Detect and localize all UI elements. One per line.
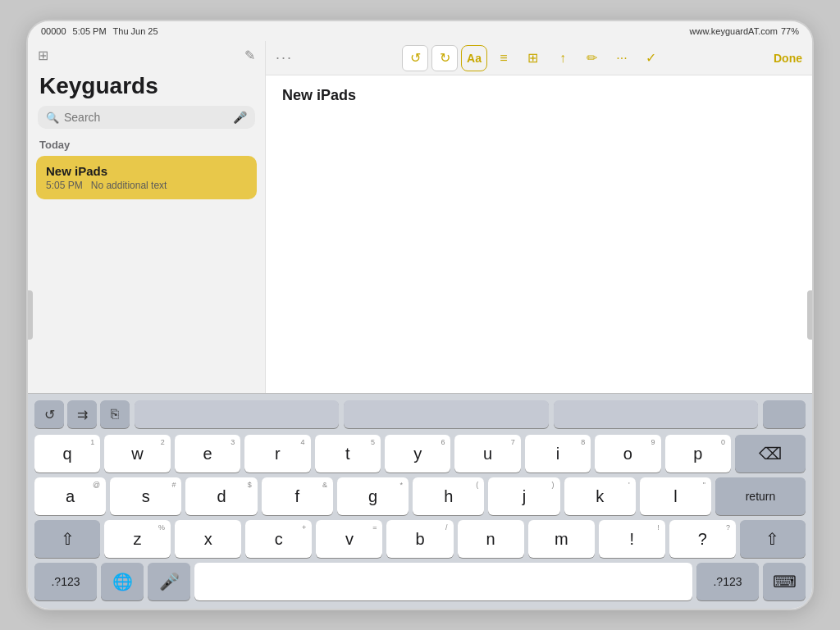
key-o-sub: 9 [651, 438, 655, 446]
note-list-item[interactable]: New iPads 5:05 PM No additional text [36, 156, 257, 199]
key-g[interactable]: * g [337, 477, 409, 515]
key-s-sub: # [171, 481, 176, 489]
key-h[interactable]: ( h [413, 477, 484, 515]
key-q-label: q [63, 445, 72, 463]
key-q[interactable]: 1 q [34, 435, 100, 472]
key-v[interactable]: = v [316, 520, 382, 558]
toolbar-format-btn[interactable]: Aa [461, 45, 487, 71]
key-question-sub: ? [726, 523, 730, 532]
key-return-label: return [746, 490, 776, 503]
key-o[interactable]: 9 o [595, 435, 660, 472]
status-right: www.keyguardAT.com 77% [690, 26, 799, 36]
key-i[interactable]: 8 i [525, 435, 591, 472]
website-label: www.keyguardAT.com [690, 26, 778, 36]
key-num-left[interactable]: .?123 [34, 563, 97, 600]
key-b-sub: / [445, 523, 448, 532]
search-bar[interactable]: 🔍 🎤 [38, 106, 255, 129]
toolbar-more-icon[interactable]: ··· [276, 49, 293, 66]
toolbar-options-btn[interactable]: ··· [609, 45, 635, 71]
key-p-sub: 0 [721, 438, 725, 446]
key-d[interactable]: $ d [185, 477, 257, 515]
compose-icon[interactable]: ✎ [244, 48, 255, 63]
status-bar: 00000 5:05 PM Thu Jun 25 www.keyguardAT.… [28, 21, 812, 41]
done-button[interactable]: Done [774, 52, 802, 65]
key-r[interactable]: 4 r [244, 435, 310, 472]
mic-search-icon[interactable]: 🎤 [233, 111, 247, 124]
key-k-sub: ' [628, 481, 630, 489]
key-space[interactable] [194, 563, 692, 600]
toolbar-share-btn[interactable]: ↑ [550, 45, 576, 71]
kbd-paste-btn[interactable]: ⎘ [100, 400, 130, 428]
key-p-label: p [693, 445, 702, 463]
battery-indicator: 77% [781, 26, 799, 36]
key-shift-right[interactable]: ⇧ [740, 520, 806, 558]
key-num-right[interactable]: .?123 [696, 563, 759, 600]
device-frame: 00000 5:05 PM Thu Jun 25 www.keyguardAT.… [26, 20, 814, 610]
key-s[interactable]: # s [110, 477, 181, 515]
toolbar-redo-btn[interactable]: ↻ [431, 45, 458, 71]
key-exclaim[interactable]: ! ! [599, 520, 665, 558]
signal-indicator: 00000 [41, 26, 66, 36]
key-c-sub: + [302, 523, 306, 532]
key-question[interactable]: ? ? [669, 520, 736, 558]
key-l[interactable]: " l [640, 477, 711, 515]
key-l-sub: " [703, 481, 705, 489]
toolbar-checklist-btn[interactable]: ✓ [638, 45, 664, 71]
key-question-label: ? [698, 530, 707, 549]
editor-note-title: New iPads [266, 75, 812, 107]
toolbar-list-btn[interactable]: ≡ [491, 45, 517, 71]
key-f-label: f [295, 487, 300, 506]
key-n-label: n [486, 530, 495, 549]
key-y[interactable]: 6 y [385, 435, 450, 472]
key-j-sub: ) [552, 481, 555, 489]
search-input[interactable] [64, 111, 228, 124]
key-backspace[interactable]: ⌫ [735, 435, 806, 472]
key-m[interactable]: m [528, 520, 595, 558]
key-x-label: x [204, 530, 212, 549]
toolbar-markup-btn[interactable]: ✏ [579, 45, 605, 71]
key-d-label: d [217, 487, 226, 506]
keyboard-row-3: ⇧ % z x + c = v / b n [34, 520, 806, 558]
key-x[interactable]: x [175, 520, 241, 558]
key-o-label: o [623, 445, 632, 463]
key-p[interactable]: 0 p [665, 435, 731, 472]
key-mic[interactable]: 🎤 [148, 563, 190, 600]
key-c[interactable]: + c [245, 520, 312, 558]
toolbar-undo-btn[interactable]: ↺ [402, 45, 428, 71]
key-w[interactable]: 2 w [104, 435, 170, 472]
key-j[interactable]: ) j [488, 477, 559, 515]
key-b[interactable]: / b [386, 520, 453, 558]
kbd-undo-btn[interactable]: ↺ [34, 400, 64, 428]
sidebar-toggle-icon[interactable]: ⊞ [38, 48, 48, 63]
key-k-label: k [596, 487, 604, 506]
key-mic-label: 🎤 [159, 572, 180, 591]
sidebar: ⊞ ✎ Keyguards 🔍 🎤 Today New iPads 5:05 P… [28, 41, 266, 393]
note-item-meta: 5:05 PM No additional text [46, 180, 247, 191]
key-z[interactable]: % z [104, 520, 171, 558]
key-c-label: c [275, 530, 283, 549]
key-e[interactable]: 3 e [175, 435, 240, 472]
key-h-label: h [444, 487, 453, 506]
key-f[interactable]: & f [262, 477, 333, 515]
key-u[interactable]: 7 u [454, 435, 520, 472]
kbd-redo-btn[interactable]: ⇉ [67, 400, 97, 428]
key-r-sub: 4 [301, 438, 305, 446]
key-r-label: r [275, 445, 281, 463]
key-keyboard-dismiss[interactable]: ⌨ [763, 563, 806, 600]
key-shift-left[interactable]: ⇧ [34, 520, 100, 558]
key-h-sub: ( [476, 481, 478, 489]
editor-content[interactable] [266, 107, 812, 393]
key-a[interactable]: @ a [34, 477, 106, 515]
key-return[interactable]: return [715, 477, 806, 515]
kbd-spacer-4 [763, 400, 806, 428]
key-shift-right-label: ⇧ [765, 529, 779, 549]
key-n[interactable]: n [458, 520, 524, 558]
key-k[interactable]: ' k [564, 477, 636, 515]
key-exclaim-label: ! [630, 530, 635, 549]
kbd-spacer-2 [344, 400, 548, 428]
key-globe[interactable]: 🌐 [101, 563, 144, 600]
key-t[interactable]: 5 t [315, 435, 381, 472]
search-icon: 🔍 [46, 112, 59, 124]
toolbar-table-btn[interactable]: ⊞ [520, 45, 546, 71]
key-t-label: t [345, 445, 350, 463]
